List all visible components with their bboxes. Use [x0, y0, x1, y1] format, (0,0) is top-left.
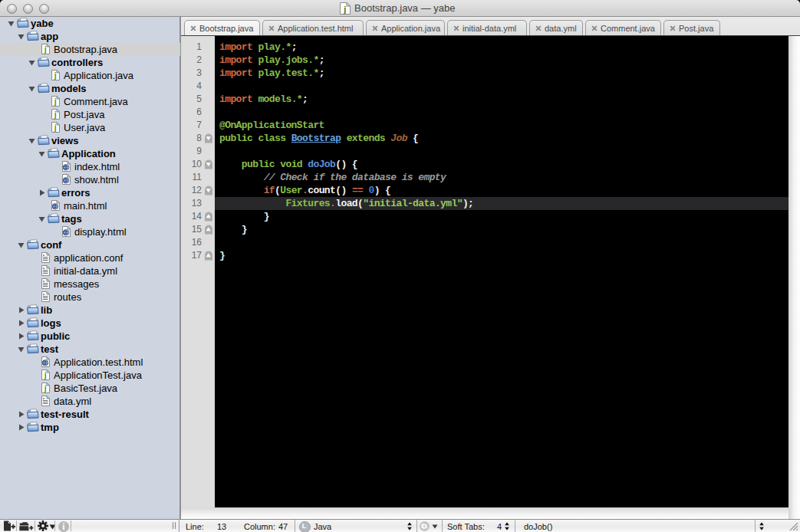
svg-text:j: j	[54, 97, 57, 106]
svg-text:j: j	[343, 5, 346, 14]
svg-text:j: j	[54, 110, 57, 119]
svg-text:j: j	[44, 44, 47, 54]
svg-text:j: j	[44, 383, 47, 392]
svg-text:j: j	[44, 370, 47, 379]
svg-text:j: j	[54, 123, 57, 132]
svg-text:j: j	[54, 71, 57, 80]
